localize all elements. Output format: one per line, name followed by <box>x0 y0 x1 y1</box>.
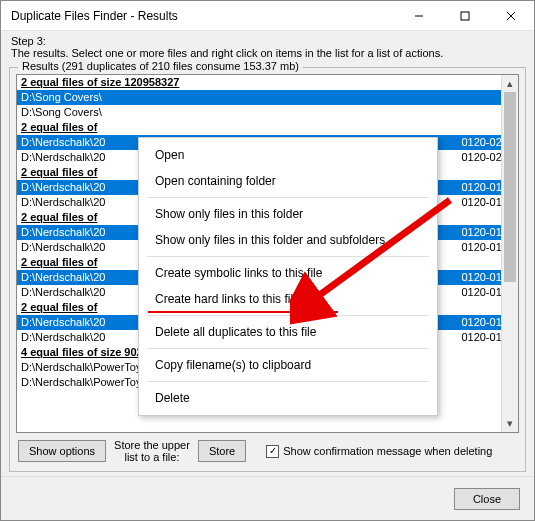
scrollbar[interactable]: ▴ ▾ <box>501 75 518 432</box>
file-path: D:\Song Covers\ <box>21 90 508 105</box>
group-header[interactable]: 2 equal files of <box>17 120 518 135</box>
close-button[interactable]: Close <box>454 488 520 510</box>
group-header[interactable]: 2 equal files of size 120958327 <box>17 75 518 90</box>
results-legend: Results (291 duplicates of 210 files con… <box>18 60 303 72</box>
menu-item[interactable]: Create hard links to this file <box>139 286 437 312</box>
menu-separator <box>147 197 429 198</box>
menu-item[interactable]: Show only files in this folder and subfo… <box>139 227 437 253</box>
confirm-checkbox[interactable]: ✓ Show confirmation message when deletin… <box>266 445 492 458</box>
maximize-button[interactable] <box>442 1 488 31</box>
close-bar: Close <box>1 476 534 520</box>
menu-separator <box>147 256 429 257</box>
file-row[interactable]: D:\Song Covers\ <box>17 90 518 105</box>
titlebar: Duplicate Files Finder - Results <box>1 1 534 31</box>
show-options-button[interactable]: Show options <box>18 440 106 462</box>
menu-separator <box>147 315 429 316</box>
checkbox-icon: ✓ <box>266 445 279 458</box>
bottom-bar: Show options Store the upper list to a f… <box>16 433 519 465</box>
minimize-button[interactable] <box>396 1 442 31</box>
step-heading: Step 3: <box>11 35 524 47</box>
confirm-label: Show confirmation message when deleting <box>283 445 492 457</box>
store-label: Store the upper list to a file: <box>114 439 190 463</box>
menu-item[interactable]: Show only files in this folder <box>139 201 437 227</box>
annotation-underline <box>148 311 338 313</box>
menu-item[interactable]: Open containing folder <box>139 168 437 194</box>
svg-rect-1 <box>461 12 469 20</box>
context-menu: OpenOpen containing folderShow only file… <box>138 137 438 416</box>
file-path: D:\Song Covers\ <box>21 105 508 120</box>
close-window-button[interactable] <box>488 1 534 31</box>
menu-item[interactable]: Delete <box>139 385 437 411</box>
step-description: The results. Select one or more files an… <box>11 47 524 59</box>
scroll-up-button[interactable]: ▴ <box>502 75 518 92</box>
menu-separator <box>147 381 429 382</box>
scroll-down-button[interactable]: ▾ <box>502 415 518 432</box>
menu-item[interactable]: Copy filename(s) to clipboard <box>139 352 437 378</box>
scroll-thumb[interactable] <box>504 92 516 282</box>
menu-item[interactable]: Create symbolic links to this file <box>139 260 437 286</box>
menu-item[interactable]: Delete all duplicates to this file <box>139 319 437 345</box>
file-row[interactable]: D:\Song Covers\ <box>17 105 518 120</box>
menu-item[interactable]: Open <box>139 142 437 168</box>
menu-separator <box>147 348 429 349</box>
window-title: Duplicate Files Finder - Results <box>11 9 396 23</box>
store-button[interactable]: Store <box>198 440 246 462</box>
